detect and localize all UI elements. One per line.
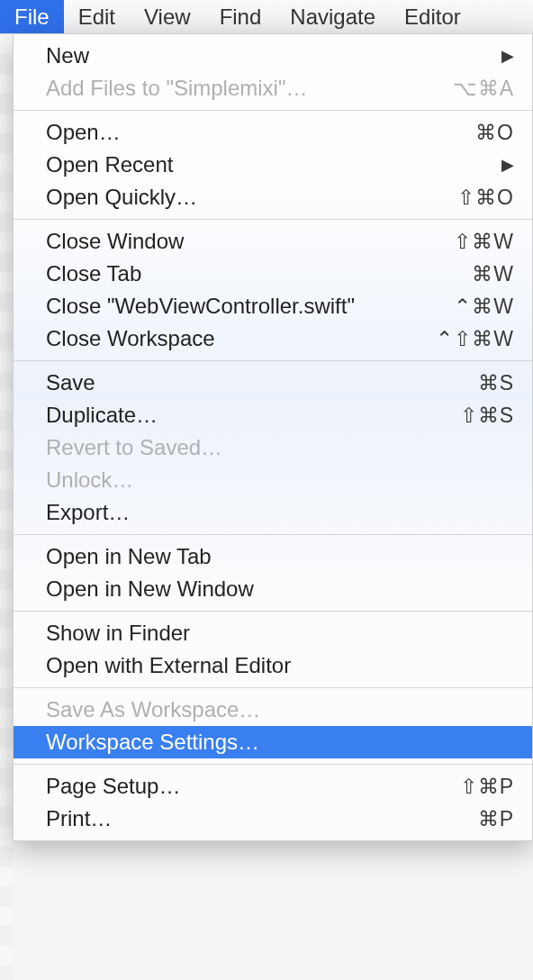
menu-shortcut: ⇧⌘S <box>415 404 514 428</box>
menu-separator <box>14 687 532 688</box>
menu-label: Show in Finder <box>46 621 514 646</box>
menu-shortcut: ⌘S <box>415 371 514 395</box>
menu-item-close-file[interactable]: Close "WebViewController.swift" ⌃⌘W <box>14 290 532 322</box>
background-gutter <box>0 34 13 980</box>
menu-item-open[interactable]: Open… ⌘O <box>14 116 532 149</box>
menu-label: New <box>46 43 494 68</box>
menu-item-close-workspace[interactable]: Close Workspace ⌃⇧⌘W <box>14 322 532 355</box>
menu-item-print[interactable]: Print… ⌘P <box>14 803 532 835</box>
submenu-arrow-icon: ▶ <box>501 155 514 175</box>
menu-separator <box>14 534 532 535</box>
menu-item-open-new-window[interactable]: Open in New Window <box>14 573 532 605</box>
menu-label: Save <box>46 370 415 395</box>
menu-separator <box>14 764 532 765</box>
menu-item-workspace-settings[interactable]: Workspace Settings… <box>14 726 532 758</box>
menu-label: Open Quickly… <box>46 185 415 210</box>
menu-item-revert: Revert to Saved… <box>14 431 532 464</box>
menu-shortcut: ⌃⌘W <box>415 295 514 319</box>
menu-label: Save As Workspace… <box>46 697 514 722</box>
menu-label: Open in New Window <box>46 576 514 602</box>
menu-item-add-files: Add Files to "Simplemixi"… ⌥⌘A <box>14 72 532 104</box>
file-menu: New ▶ Add Files to "Simplemixi"… ⌥⌘A Ope… <box>13 34 533 841</box>
menubar-item-find[interactable]: Find <box>205 0 276 33</box>
menu-item-export[interactable]: Export… <box>14 496 532 529</box>
menu-label: Close "WebViewController.swift" <box>46 294 415 319</box>
menu-label: Duplicate… <box>46 403 415 428</box>
menu-shortcut: ⌘P <box>415 807 514 831</box>
menu-label: Close Workspace <box>46 326 415 351</box>
menu-label: Revert to Saved… <box>46 435 514 460</box>
menu-item-close-tab[interactable]: Close Tab ⌘W <box>14 258 532 290</box>
menu-label: Open with External Editor <box>46 653 514 678</box>
menu-item-new[interactable]: New ▶ <box>14 40 532 72</box>
menu-shortcut: ⌘O <box>415 121 514 145</box>
menu-item-save-as-workspace: Save As Workspace… <box>14 694 532 726</box>
menu-label: Print… <box>46 806 415 831</box>
menu-item-duplicate[interactable]: Duplicate… ⇧⌘S <box>14 399 532 431</box>
menu-item-open-recent[interactable]: Open Recent ▶ <box>14 149 532 181</box>
menu-item-open-quickly[interactable]: Open Quickly… ⇧⌘O <box>14 181 532 213</box>
menu-shortcut: ⌘W <box>415 262 514 286</box>
menu-separator <box>14 110 532 111</box>
menu-separator <box>14 219 532 220</box>
menubar-item-editor[interactable]: Editor <box>390 0 475 33</box>
menu-label: Add Files to "Simplemixi"… <box>46 76 415 101</box>
menu-item-save[interactable]: Save ⌘S <box>14 367 532 399</box>
menubar-item-edit[interactable]: Edit <box>64 0 130 33</box>
menu-label: Export… <box>46 500 514 525</box>
menu-label: Close Window <box>46 229 415 254</box>
menu-item-open-external-editor[interactable]: Open with External Editor <box>14 649 532 682</box>
menu-label: Workspace Settings… <box>46 730 514 755</box>
menu-item-page-setup[interactable]: Page Setup… ⇧⌘P <box>14 770 532 803</box>
menu-separator <box>14 360 532 361</box>
menubar-item-navigate[interactable]: Navigate <box>276 0 390 33</box>
menubar-item-view[interactable]: View <box>130 0 205 33</box>
menu-item-open-new-tab[interactable]: Open in New Tab <box>14 540 532 573</box>
menu-separator <box>14 611 532 612</box>
menu-shortcut: ⌃⇧⌘W <box>415 327 514 351</box>
menu-item-show-in-finder[interactable]: Show in Finder <box>14 617 532 649</box>
menu-shortcut: ⇧⌘W <box>415 230 514 254</box>
menu-item-unlock: Unlock… <box>14 464 532 496</box>
menu-label: Open… <box>46 120 415 145</box>
menu-shortcut: ⇧⌘P <box>415 775 514 799</box>
menu-shortcut: ⇧⌘O <box>415 186 514 210</box>
submenu-arrow-icon: ▶ <box>501 46 514 66</box>
menu-label: Open in New Tab <box>46 544 514 569</box>
menu-label: Page Setup… <box>46 774 415 799</box>
menu-label: Open Recent <box>46 152 494 177</box>
menu-shortcut: ⌥⌘A <box>415 77 514 101</box>
menu-label: Unlock… <box>46 467 514 493</box>
menubar-item-file[interactable]: File <box>0 0 64 33</box>
menu-label: Close Tab <box>46 261 415 286</box>
menu-item-close-window[interactable]: Close Window ⇧⌘W <box>14 225 532 258</box>
menubar: File Edit View Find Navigate Editor <box>0 0 533 34</box>
